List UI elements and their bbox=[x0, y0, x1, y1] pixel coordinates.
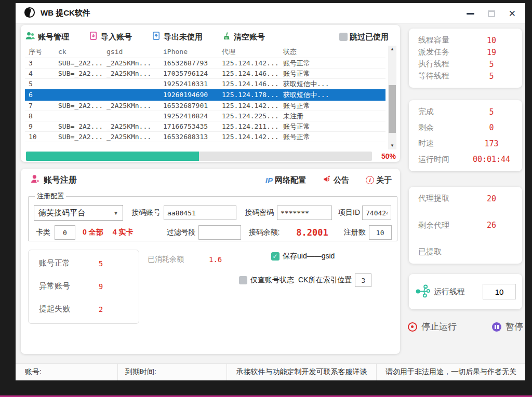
consumed-balance-label: 已消耗余额 bbox=[148, 255, 184, 264]
close-icon[interactable] bbox=[509, 9, 516, 18]
statusbar-promo: 承接软件与功能定制开发可联系客服详谈 bbox=[227, 364, 376, 380]
col-status: 状态 bbox=[280, 47, 385, 57]
pause-button[interactable]: 暂停 bbox=[492, 321, 523, 333]
table-row[interactable]: 9SUB=_2A2..._2A25KMn...17166753435125.12… bbox=[25, 121, 385, 132]
cell-status: 账号正常 bbox=[280, 122, 385, 131]
table-scrollbar[interactable] bbox=[388, 46, 396, 149]
run-thread-label: 运行线程 bbox=[434, 287, 465, 297]
cell-proxy: 125.124.211... bbox=[218, 122, 280, 130]
stat-value: 10 bbox=[470, 36, 513, 45]
table-row[interactable]: 519252410331125.124.146...获取短信中... bbox=[25, 79, 385, 89]
tab-network-label: 网络配置 bbox=[275, 175, 306, 185]
table-row[interactable]: 7SUB=_2A2..._2A25KMn...16532687901125.12… bbox=[25, 101, 385, 111]
cell-no: 6 bbox=[25, 91, 55, 99]
app-logo-icon bbox=[24, 7, 35, 20]
stat-label: 运行时间 bbox=[418, 155, 470, 165]
register-header: 账号注册 IP 网络配置 公告 i 关于 bbox=[30, 174, 392, 186]
run-thread-input[interactable] bbox=[483, 284, 516, 299]
clear-accounts-button[interactable]: 清空账号 bbox=[222, 32, 265, 43]
maximize-icon[interactable] bbox=[488, 10, 495, 17]
accounts-table: 序号 ck gsid iPhone 代理 状态 3SUB=_2A2..._2A2… bbox=[25, 46, 385, 142]
table-row[interactable]: 819252410824125.124.225...未注册 bbox=[25, 111, 385, 121]
sms-password-input[interactable] bbox=[277, 206, 332, 220]
ip-icon: IP bbox=[265, 176, 273, 185]
ck-index-input[interactable] bbox=[355, 273, 371, 287]
app-window: WB 提CK软件 账号管理 导入账号 导出未使用 清空账号 bbox=[16, 3, 525, 380]
stop-run-label: 停止运行 bbox=[421, 321, 457, 333]
app-title: WB 提CK软件 bbox=[41, 8, 90, 18]
cell-status: 账号正常 bbox=[280, 59, 385, 68]
tab-about-label: 关于 bbox=[376, 175, 392, 185]
pause-icon bbox=[492, 322, 501, 332]
export-unused-button[interactable]: 导出未使用 bbox=[152, 31, 203, 43]
register-count-input[interactable] bbox=[369, 225, 392, 240]
platform-select[interactable]: 德芙接码平台 bbox=[34, 205, 123, 221]
stop-icon bbox=[408, 322, 417, 332]
cell-no: 9 bbox=[25, 122, 55, 130]
table-header-row: 序号 ck gsid iPhone 代理 状态 bbox=[25, 46, 385, 58]
progress-label: 50% bbox=[372, 152, 396, 160]
window-controls bbox=[467, 3, 516, 24]
config-row-2: 卡类 0 全部 4 实卡 过滤号段 接码余额: 8.2001 注册数 bbox=[34, 225, 392, 240]
save-uid-checkbox[interactable]: 保存uid——gsid bbox=[271, 252, 335, 261]
stat-value: 20 bbox=[470, 194, 513, 203]
project-id-input[interactable] bbox=[362, 206, 391, 220]
table-row[interactable]: 10SUB=_2A2..._2A25KMn...16532688313125.1… bbox=[25, 132, 385, 142]
cell-ck: SUB=_2A2... bbox=[55, 122, 103, 130]
stat-label: 代理提取 bbox=[418, 194, 470, 203]
sms-account-input[interactable] bbox=[164, 206, 236, 220]
card-type-input[interactable] bbox=[55, 225, 75, 240]
checkbox-icon[interactable] bbox=[239, 276, 247, 284]
scroll-down-icon[interactable] bbox=[388, 142, 396, 149]
stat-row: 剩余代理26 bbox=[409, 221, 522, 230]
person-plus-icon bbox=[30, 174, 41, 186]
sms-balance-label: 接码余额: bbox=[248, 228, 280, 237]
cell-gsid: _2A25KMn... bbox=[103, 59, 159, 67]
consumed-balance: 已消耗余额 1.6 bbox=[148, 255, 222, 264]
table-row[interactable]: 3SUB=_2A2..._2A25KMn...16532687793125.12… bbox=[25, 58, 385, 69]
import-accounts-button[interactable]: 导入账号 bbox=[89, 31, 132, 43]
progress-fill bbox=[26, 152, 199, 161]
cell-status: 账号正常 bbox=[280, 101, 385, 111]
skip-used-checkbox[interactable]: 跳过已使用 bbox=[339, 32, 389, 42]
register-title: 账号注册 bbox=[30, 174, 77, 186]
stat-label: 异常账号 bbox=[39, 281, 83, 291]
progress-bar bbox=[26, 152, 372, 161]
statusbar-account: 账号: bbox=[16, 364, 117, 380]
tab-network-config[interactable]: IP 网络配置 bbox=[265, 175, 306, 185]
table-row[interactable]: 4SUB=_2A2..._2A25KMn...17035796124125.12… bbox=[25, 69, 385, 79]
table-row-selected[interactable]: 619260194690125.124.178...获取短信中... bbox=[25, 89, 385, 101]
stat-row: 已提取 bbox=[409, 247, 522, 257]
megaphone-icon bbox=[323, 175, 331, 185]
cell-proxy: 125.124.225... bbox=[218, 112, 280, 120]
stat-row: 代理提取20 bbox=[409, 194, 522, 203]
minimize-icon[interactable] bbox=[467, 13, 474, 15]
import-icon bbox=[89, 31, 98, 43]
scroll-up-icon[interactable] bbox=[388, 46, 396, 53]
stat-label: 完成 bbox=[418, 107, 470, 117]
scrollbar-thumb[interactable] bbox=[389, 85, 396, 133]
cell-gsid: _2A25KMn... bbox=[103, 70, 159, 77]
filter-segment-input[interactable] bbox=[198, 225, 241, 240]
stat-value: 5 bbox=[470, 60, 513, 69]
cell-status: 获取短信中... bbox=[280, 79, 385, 89]
cell-no: 5 bbox=[25, 80, 55, 88]
stat-row: 运行时间00:01:44 bbox=[409, 155, 522, 165]
broom-icon bbox=[222, 32, 231, 43]
register-count-label: 注册数 bbox=[344, 228, 366, 237]
tab-about[interactable]: i 关于 bbox=[366, 175, 392, 185]
save-uid-label: 保存uid——gsid bbox=[283, 252, 335, 261]
stat-line: 异常账号 9 bbox=[39, 281, 128, 291]
import-accounts-label: 导入账号 bbox=[101, 32, 132, 42]
stat-label: 剩余 bbox=[418, 123, 470, 133]
account-manage-button[interactable]: 账号管理 bbox=[25, 31, 69, 43]
stop-run-button[interactable]: 停止运行 bbox=[408, 321, 457, 333]
tab-notice[interactable]: 公告 bbox=[323, 175, 349, 185]
cell-status: 获取短信中... bbox=[280, 90, 385, 100]
stat-row: 等待线程5 bbox=[409, 71, 522, 81]
cell-proxy: 125.124.142... bbox=[218, 102, 280, 109]
cell-ck: SUB=_2A2... bbox=[55, 59, 103, 67]
network-icon bbox=[415, 284, 431, 300]
run-buttons: 停止运行 暂停 bbox=[408, 321, 523, 333]
stat-value: 5 bbox=[470, 72, 513, 81]
